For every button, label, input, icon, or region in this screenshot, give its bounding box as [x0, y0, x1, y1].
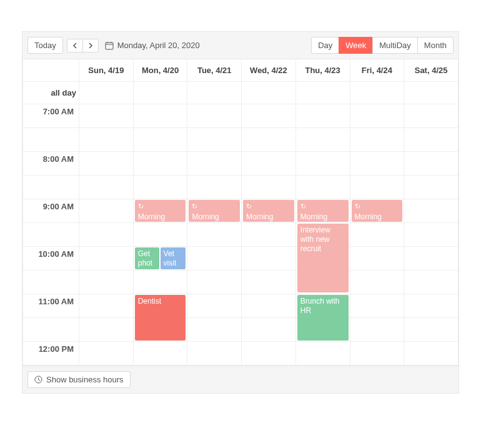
time-slot[interactable]: [350, 271, 404, 294]
view-day-button[interactable]: Day: [311, 37, 339, 54]
time-slot[interactable]: [187, 342, 242, 366]
time-slot[interactable]: [350, 247, 404, 271]
event-vet-visit[interactable]: Vet visit: [161, 247, 186, 269]
time-slot[interactable]: [295, 318, 350, 342]
time-slot[interactable]: [242, 318, 296, 342]
time-slot[interactable]: [187, 247, 242, 271]
time-slot[interactable]: [187, 271, 242, 294]
day-header[interactable]: Thu, 4/23: [295, 59, 350, 82]
time-slot[interactable]: [187, 294, 242, 318]
time-slot[interactable]: [79, 199, 134, 223]
time-slot[interactable]: ↻ Morning: [295, 199, 350, 223]
time-slot[interactable]: [404, 247, 459, 271]
time-slot[interactable]: [79, 294, 134, 318]
time-slot[interactable]: [350, 294, 404, 318]
time-slot[interactable]: [133, 271, 187, 294]
time-slot[interactable]: [79, 152, 134, 176]
time-slot[interactable]: [242, 104, 296, 128]
time-slot[interactable]: [133, 104, 187, 128]
time-slot[interactable]: [242, 128, 296, 152]
allday-slot[interactable]: [187, 82, 242, 104]
time-slot[interactable]: Dentist: [133, 294, 187, 318]
time-slot[interactable]: Brunch with HR: [295, 294, 350, 318]
day-header[interactable]: Sun, 4/19: [79, 59, 134, 82]
time-slot[interactable]: [350, 318, 404, 342]
time-slot[interactable]: [295, 104, 350, 128]
view-month-button[interactable]: Month: [417, 37, 454, 54]
time-slot[interactable]: [295, 247, 350, 271]
time-slot[interactable]: [404, 152, 459, 176]
time-slot[interactable]: [79, 176, 134, 199]
next-button[interactable]: [82, 39, 99, 52]
time-slot[interactable]: ↻ Morning: [187, 199, 242, 223]
time-slot[interactable]: [295, 271, 350, 294]
time-slot[interactable]: [404, 199, 459, 223]
time-slot[interactable]: ↻ Morning: [350, 199, 404, 223]
time-slot[interactable]: ↻ Morning: [242, 199, 296, 223]
time-slot[interactable]: [404, 271, 459, 294]
day-header[interactable]: Fri, 4/24: [350, 59, 404, 82]
time-slot[interactable]: [79, 318, 134, 342]
allday-slot[interactable]: [295, 82, 350, 104]
time-slot[interactable]: [242, 247, 296, 271]
time-slot[interactable]: [187, 223, 242, 247]
view-week-button[interactable]: Week: [339, 37, 373, 54]
time-slot[interactable]: [404, 104, 459, 128]
allday-slot[interactable]: [404, 82, 459, 104]
time-slot[interactable]: [79, 104, 134, 128]
event-morning[interactable]: ↻ Morning: [352, 200, 403, 222]
time-slot[interactable]: [242, 223, 296, 247]
event-morning[interactable]: ↻ Morning: [189, 200, 240, 222]
allday-slot[interactable]: [350, 82, 404, 104]
time-slot[interactable]: [187, 318, 242, 342]
time-slot[interactable]: Get phot Vet visit: [133, 247, 187, 271]
time-slot[interactable]: [295, 128, 350, 152]
time-slot[interactable]: [133, 223, 187, 247]
time-slot[interactable]: [133, 318, 187, 342]
time-slot[interactable]: [242, 176, 296, 199]
today-button[interactable]: Today: [27, 37, 63, 54]
day-header[interactable]: Tue, 4/21: [187, 59, 242, 82]
allday-slot[interactable]: [242, 82, 296, 104]
time-slot[interactable]: [350, 176, 404, 199]
time-slot[interactable]: [404, 294, 459, 318]
time-slot[interactable]: [350, 223, 404, 247]
allday-slot[interactable]: [79, 82, 134, 104]
time-slot[interactable]: [242, 152, 296, 176]
time-slot[interactable]: [133, 176, 187, 199]
time-slot[interactable]: [187, 128, 242, 152]
time-slot[interactable]: [187, 176, 242, 199]
day-header[interactable]: Wed, 4/22: [242, 59, 296, 82]
time-slot[interactable]: Interview with new recruit: [295, 223, 350, 247]
time-slot[interactable]: [404, 223, 459, 247]
time-slot[interactable]: [295, 342, 350, 366]
event-morning[interactable]: ↻ Morning: [297, 200, 349, 222]
day-header[interactable]: Sat, 4/25: [404, 59, 459, 82]
time-slot[interactable]: [242, 342, 296, 366]
time-slot[interactable]: ↻ Morning: [133, 199, 187, 223]
time-slot[interactable]: [404, 318, 459, 342]
event-get-phot[interactable]: Get phot: [135, 247, 159, 269]
time-slot[interactable]: [350, 152, 404, 176]
allday-slot[interactable]: [133, 82, 187, 104]
time-slot[interactable]: [295, 176, 350, 199]
time-slot[interactable]: [404, 176, 459, 199]
time-slot[interactable]: [133, 128, 187, 152]
time-slot[interactable]: [242, 271, 296, 294]
time-slot[interactable]: [79, 247, 134, 271]
event-morning[interactable]: ↻ Morning: [135, 200, 186, 222]
time-slot[interactable]: [79, 271, 134, 294]
event-morning[interactable]: ↻ Morning: [243, 200, 294, 222]
time-slot[interactable]: [350, 104, 404, 128]
time-slot[interactable]: [79, 342, 134, 366]
business-hours-button[interactable]: Show business hours: [27, 371, 131, 388]
time-slot[interactable]: [79, 128, 134, 152]
time-slot[interactable]: [187, 104, 242, 128]
time-slot[interactable]: [79, 223, 134, 247]
prev-button[interactable]: [67, 39, 83, 52]
time-slot[interactable]: [404, 128, 459, 152]
time-slot[interactable]: [404, 342, 459, 366]
time-slot[interactable]: [133, 342, 187, 366]
time-slot[interactable]: [133, 152, 187, 176]
time-slot[interactable]: [295, 152, 350, 176]
